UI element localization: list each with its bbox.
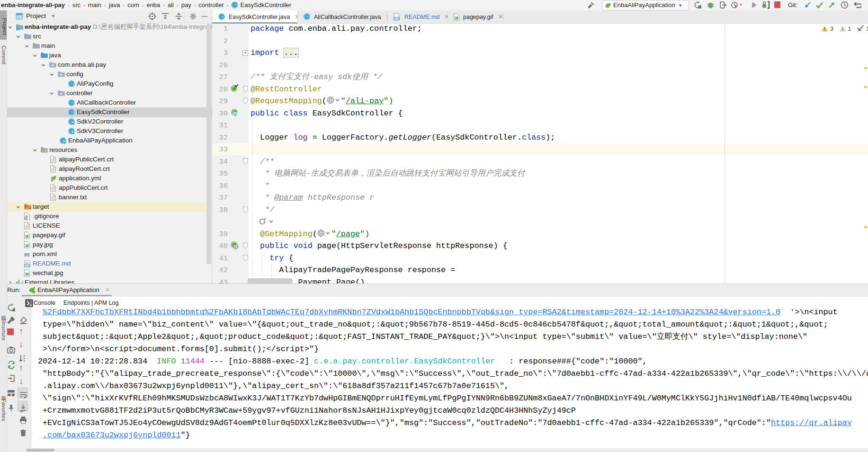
svg-text:C: C xyxy=(70,100,73,106)
svg-text:m: m xyxy=(24,250,30,258)
svg-text:MD: MD xyxy=(25,264,29,267)
svg-text:C: C xyxy=(220,14,224,19)
svg-text:C: C xyxy=(70,81,73,87)
svg-text:c: c xyxy=(234,112,237,117)
svg-text:C: C xyxy=(70,109,73,115)
svg-text:MD: MD xyxy=(394,17,399,20)
svg-text:C: C xyxy=(305,14,309,19)
svg-text:C: C xyxy=(233,2,236,8)
